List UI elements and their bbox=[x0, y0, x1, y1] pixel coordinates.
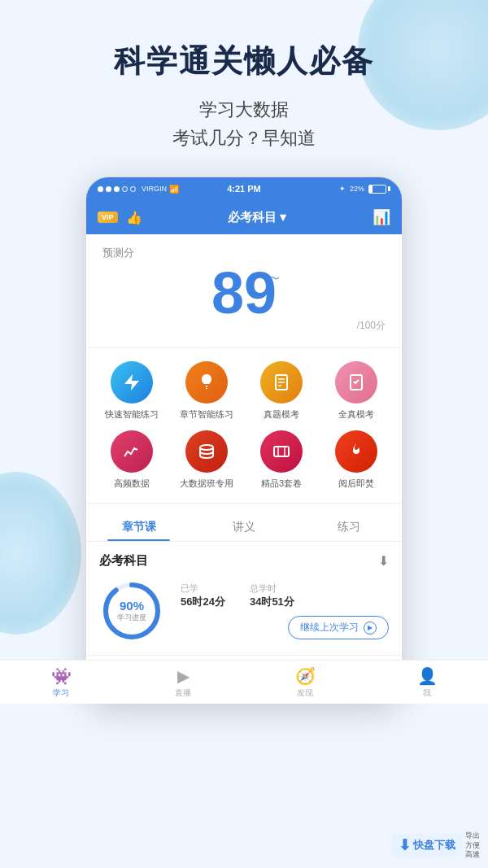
func-icon-real-exam bbox=[260, 361, 303, 403]
stat-studied-value: 56时24分 bbox=[181, 595, 225, 609]
func-label-chapter-practice: 章节智能练习 bbox=[180, 408, 233, 421]
progress-circle: 90% 学习进度 bbox=[99, 578, 164, 643]
progress-pct: 90% bbox=[117, 599, 146, 613]
battery-tip bbox=[388, 186, 390, 191]
func-read-ignite[interactable]: 阅后即焚 bbox=[319, 430, 394, 490]
func-real-exam[interactable]: 真题模考 bbox=[244, 361, 319, 421]
signal-dot-2 bbox=[106, 186, 111, 192]
hero-section: 科学通关懒人必备 学习大数据 考试几分？早知道 bbox=[0, 0, 488, 168]
func-icon-read-ignite bbox=[335, 430, 377, 473]
tab-chapter-course[interactable]: 章节课 bbox=[86, 510, 191, 541]
nav-center: 必考科目 ▾ bbox=[228, 210, 286, 225]
watermark-sub: 导出 方便 高速 bbox=[465, 831, 480, 860]
chart-icon: 📊 bbox=[373, 209, 390, 225]
svg-point-6 bbox=[200, 445, 213, 450]
func-icon-chapter-practice bbox=[185, 361, 228, 403]
nav-bar: VIP 👍 必考科目 ▾ 📊 bbox=[86, 200, 402, 234]
func-label-quick-practice: 快速智能练习 bbox=[105, 408, 159, 421]
bluetooth-icon: ✦ bbox=[339, 185, 346, 193]
score-number: 89 bbox=[102, 264, 386, 322]
signal-dot-4 bbox=[122, 186, 128, 192]
bottom-nav-live[interactable]: ▶ 直播 bbox=[122, 661, 244, 704]
func-icon-quick-practice bbox=[111, 361, 153, 403]
func-label-premium-sets: 精品3套卷 bbox=[261, 478, 302, 490]
hero-subtitle-line1: 学习大数据 bbox=[0, 95, 488, 124]
live-label: 直播 bbox=[175, 687, 191, 699]
wifi-icon: 📶 bbox=[169, 185, 179, 194]
func-chapter-practice[interactable]: 章节智能练习 bbox=[169, 361, 244, 421]
nav-left: VIP 👍 bbox=[98, 210, 142, 225]
stat-row: 已学 56时24分 总学时 34时51分 bbox=[181, 582, 389, 609]
phone-wrapper: VIRGIN 📶 4:21 PM ✦ 22% VIP 👍 bbox=[0, 177, 488, 704]
bird-decoration: 〜 bbox=[268, 272, 280, 286]
func-label-read-ignite: 阅后即焚 bbox=[338, 478, 374, 490]
func-label-big-data: 大数据班专用 bbox=[180, 478, 233, 490]
battery-body bbox=[368, 185, 386, 194]
course-title: 必考科目 bbox=[99, 553, 148, 569]
hero-title: 科学通关懒人必备 bbox=[0, 41, 488, 82]
progress-text: 90% 学习进度 bbox=[117, 599, 146, 623]
score-label: 预测分 bbox=[102, 246, 386, 260]
func-premium-sets[interactable]: 精品3套卷 bbox=[244, 430, 319, 490]
func-icon-premium-sets bbox=[260, 430, 303, 473]
live-icon: ▶ bbox=[177, 666, 190, 686]
download-icon[interactable]: ⬇ bbox=[378, 553, 389, 569]
battery-pct: 22% bbox=[350, 185, 364, 193]
func-label-full-exam: 全真模考 bbox=[338, 408, 374, 421]
like-icon[interactable]: 👍 bbox=[126, 210, 142, 225]
signal-dot-3 bbox=[114, 186, 120, 192]
status-time: 4:21 PM bbox=[227, 184, 261, 194]
stat-total-label: 总学时 bbox=[250, 582, 294, 595]
signal-dot-1 bbox=[98, 186, 103, 192]
nav-title: 必考科目 bbox=[228, 210, 277, 225]
tab-lecture[interactable]: 讲义 bbox=[191, 510, 296, 541]
vip-badge[interactable]: VIP bbox=[98, 212, 118, 223]
stat-total: 总学时 34时51分 bbox=[250, 582, 294, 609]
battery-fill bbox=[369, 185, 373, 193]
func-big-data[interactable]: 大数据班专用 bbox=[169, 430, 244, 490]
battery-icon bbox=[368, 185, 390, 194]
continue-play-icon: ▶ bbox=[364, 622, 377, 635]
score-display: 89 〜 bbox=[102, 264, 386, 322]
phone-mockup: VIRGIN 📶 4:21 PM ✦ 22% VIP 👍 bbox=[85, 177, 403, 704]
func-high-freq[interactable]: 高频数据 bbox=[94, 430, 169, 490]
progress-lbl: 学习进度 bbox=[117, 613, 146, 623]
bottom-nav-me[interactable]: 👤 我 bbox=[366, 661, 403, 704]
func-label-high-freq: 高频数据 bbox=[114, 478, 150, 490]
discover-icon: 🧭 bbox=[295, 666, 316, 686]
stat-studied: 已学 56时24分 bbox=[181, 582, 225, 609]
func-label-real-exam: 真题模考 bbox=[264, 408, 299, 421]
course-header: 必考科目 ⬇ bbox=[99, 553, 389, 569]
course-section: 必考科目 ⬇ 90% 学习进度 已学 bbox=[86, 542, 402, 656]
function-grid: 快速智能练习 章节智能练习 真题模考 全真模考 bbox=[86, 348, 402, 504]
bottom-nav-study[interactable]: 👾 学习 bbox=[85, 661, 122, 704]
bottom-nav-discover[interactable]: 🧭 发现 bbox=[244, 661, 366, 704]
nav-right[interactable]: 📊 bbox=[373, 208, 390, 226]
svg-point-0 bbox=[203, 377, 206, 381]
tab-practice[interactable]: 练习 bbox=[297, 510, 402, 541]
stat-total-value: 34时51分 bbox=[250, 595, 294, 609]
func-quick-practice[interactable]: 快速智能练习 bbox=[94, 361, 169, 421]
watermark-text: 快盘下载 bbox=[413, 838, 455, 853]
carrier-label: VIRGIN bbox=[142, 185, 167, 193]
discover-label: 发现 bbox=[297, 687, 313, 699]
status-bar: VIRGIN 📶 4:21 PM ✦ 22% bbox=[86, 177, 402, 200]
hero-subtitle: 学习大数据 考试几分？早知道 bbox=[0, 95, 488, 152]
continue-button[interactable]: 继续上次学习 ▶ bbox=[288, 616, 389, 639]
hero-subtitle-line2: 考试几分？早知道 bbox=[0, 124, 488, 152]
continue-label: 继续上次学习 bbox=[300, 621, 359, 635]
svg-rect-7 bbox=[274, 447, 289, 456]
tab-bar: 章节课 讲义 练习 bbox=[86, 510, 402, 542]
status-right: ✦ 22% bbox=[339, 185, 390, 194]
func-full-exam[interactable]: 全真模考 bbox=[319, 361, 394, 421]
func-icon-big-data bbox=[185, 430, 228, 473]
func-icon-high-freq bbox=[111, 430, 153, 473]
score-section: 预测分 89 〜 /100分 bbox=[86, 234, 402, 348]
course-body: 90% 学习进度 已学 56时24分 总学时 34时51分 bbox=[99, 578, 389, 643]
stat-studied-label: 已学 bbox=[181, 582, 225, 595]
func-icon-full-exam bbox=[335, 361, 377, 403]
course-stats: 已学 56时24分 总学时 34时51分 继续上次学习 ▶ bbox=[181, 582, 389, 639]
bottom-nav: 👾 学习 ▶ 直播 🧭 发现 👤 我 bbox=[85, 660, 403, 704]
nav-dropdown-icon[interactable]: ▾ bbox=[280, 210, 286, 225]
watermark: ⬇ 快盘下载 导出 方便 高速 bbox=[392, 831, 480, 860]
